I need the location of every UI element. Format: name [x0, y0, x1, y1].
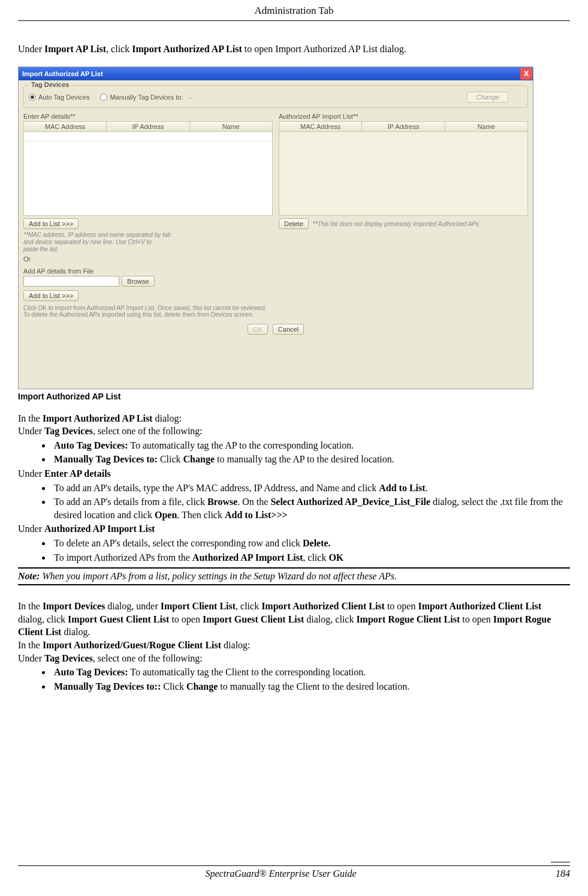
- auto-tag-label: Auto Tag Devices: [38, 94, 89, 101]
- mac-hint: **MAC address, IP address and name separ…: [23, 231, 273, 253]
- change-button[interactable]: Change: [467, 92, 508, 103]
- note-label: Note:: [18, 571, 40, 581]
- ap-table-body[interactable]: [23, 132, 273, 216]
- dialog-bottom-note: Click OK to import from Authorized AP Im…: [19, 301, 533, 321]
- list-item: Manually Tag Devices to:: Click Change t…: [52, 680, 570, 693]
- dialog-titlebar: Import Authorized AP List X: [19, 67, 533, 80]
- col-ip-2[interactable]: IP Address: [362, 122, 445, 131]
- add-to-list-button[interactable]: Add to List >>>: [23, 218, 79, 229]
- tag-devices-fieldset: Tag Devices Auto Tag Devices Manually Ta…: [23, 85, 528, 108]
- list-item: Auto Tag Devices: To automatically tag t…: [52, 666, 570, 679]
- or-label: Or: [23, 255, 273, 263]
- auto-tag-radio[interactable]: [29, 94, 36, 101]
- manual-tag-radio[interactable]: [100, 94, 107, 101]
- footer-short-rule: [551, 862, 570, 862]
- intro-paragraph: Under Import AP List, click Import Autho…: [18, 43, 570, 56]
- authorized-list-label: Authorized AP Import List**: [279, 113, 528, 120]
- body-section-1: In the Import Authorized AP List dialog:…: [18, 412, 570, 564]
- list-item: To import Authorized APs from the Author…: [52, 551, 570, 564]
- page-number: 184: [556, 868, 570, 879]
- authorized-list-panel: Authorized AP Import List** MAC Address …: [279, 113, 528, 216]
- cancel-button[interactable]: Cancel: [273, 324, 304, 335]
- auth-table-header: MAC Address IP Address Name: [279, 121, 528, 132]
- add-from-file-label: Add AP details from File: [23, 267, 273, 275]
- page-header: Administration Tab: [18, 0, 570, 21]
- dialog-screenshot: Import Authorized AP List X Tag Devices …: [18, 67, 533, 389]
- ok-button[interactable]: OK: [248, 324, 268, 335]
- auth-table-body[interactable]: [279, 132, 528, 216]
- note-text: When you import APs from a list, policy …: [40, 571, 397, 581]
- col-mac[interactable]: MAC Address: [24, 122, 107, 131]
- enter-ap-panel: Enter AP details** MAC Address IP Addres…: [23, 113, 273, 216]
- figure-caption: Import Authorized AP List: [18, 392, 570, 401]
- col-name[interactable]: Name: [190, 122, 272, 131]
- note-box: Note: When you import APs from a list, p…: [18, 567, 570, 585]
- delete-button[interactable]: Delete: [279, 218, 309, 229]
- list-item: Manually Tag Devices to: Click Change to…: [52, 453, 570, 466]
- tag-devices-legend: Tag Devices: [29, 81, 71, 88]
- close-icon[interactable]: X: [520, 68, 532, 80]
- enter-ap-label: Enter AP details**: [23, 113, 273, 120]
- dialog-title: Import Authorized AP List: [22, 70, 103, 77]
- manual-tag-label: Manually Tag Devices to:: [110, 94, 183, 101]
- ap-table-header: MAC Address IP Address Name: [23, 121, 273, 132]
- delete-hint: **This list does not display previously …: [313, 221, 479, 227]
- body-section-2: In the Import Devices dialog, under Impo…: [18, 600, 570, 693]
- col-ip[interactable]: IP Address: [107, 122, 189, 131]
- col-name-2[interactable]: Name: [445, 122, 527, 131]
- file-input[interactable]: [23, 276, 119, 287]
- list-item: To add an AP's details, type the AP's MA…: [52, 482, 570, 495]
- manual-tag-value: --: [188, 94, 192, 101]
- page-footer: SpectraGuard® Enterprise User Guide 184: [18, 865, 570, 879]
- col-mac-2[interactable]: MAC Address: [279, 122, 362, 131]
- list-item: To add an AP's details from a file, clic…: [52, 495, 570, 521]
- header-title: Administration Tab: [254, 5, 333, 16]
- footer-title: SpectraGuard® Enterprise User Guide: [18, 868, 544, 879]
- add-to-list-2-button[interactable]: Add to List >>>: [23, 290, 79, 301]
- browse-button[interactable]: Browse: [122, 276, 155, 287]
- list-item: Auto Tag Devices: To automatically tag t…: [52, 439, 570, 452]
- list-item: To delete an AP's details, select the co…: [52, 537, 570, 550]
